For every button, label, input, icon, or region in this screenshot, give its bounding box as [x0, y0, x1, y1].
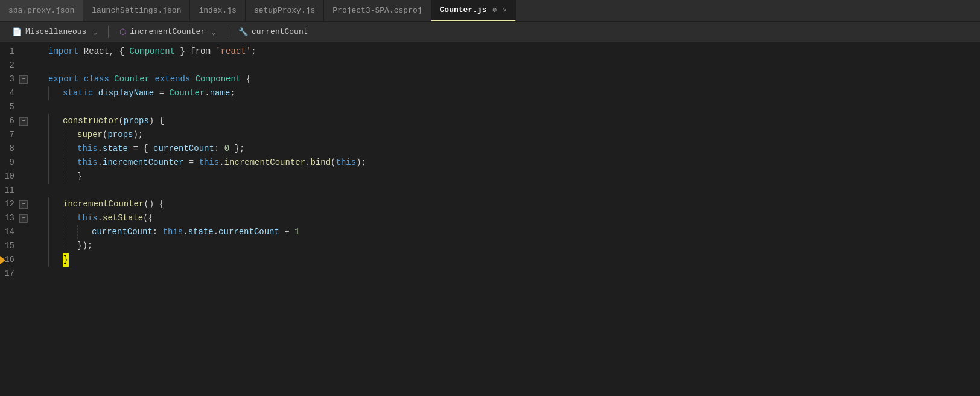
breadcrumb-section-3[interactable]: 🔧 currentCount	[232, 27, 314, 37]
gutter-line-8: 8	[0, 142, 43, 156]
line-num-4: 4	[0, 86, 18, 100]
code-token: Component	[129, 45, 175, 59]
fold-icon-6[interactable]: −	[18, 117, 30, 126]
code-token: name	[210, 86, 231, 100]
code-token: }	[175, 45, 190, 59]
gutter-line-14: 14	[0, 225, 43, 239]
code-token: = {	[128, 142, 153, 156]
gutter-line-5: 5	[0, 100, 43, 114]
line-num-3: 3	[0, 72, 18, 86]
chevron-down-icon-1[interactable]: ⌄	[92, 27, 97, 37]
code-content[interactable]: import React, { Component } from 'react'…	[43, 42, 980, 396]
chevron-down-icon-2[interactable]: ⌄	[211, 27, 216, 37]
tab-spa-proxy[interactable]: spa.proxy.json	[0, 0, 83, 21]
code-token: }	[77, 170, 82, 184]
gutter-line-11: 11	[0, 184, 43, 197]
line-num-12: 12	[0, 197, 18, 211]
line-num-14: 14	[0, 225, 18, 239]
tab-counter-js[interactable]: Counter.js ⊕ ✕	[431, 0, 516, 21]
code-line-1: import React, { Component } from 'react'…	[43, 45, 980, 59]
tab-setup-proxy[interactable]: setupProxy.js	[246, 0, 324, 21]
code-token: incrementCounter	[63, 197, 144, 211]
gutter-line-16: 16	[0, 253, 43, 267]
code-line-6: constructor(props) {	[43, 114, 980, 128]
code-token: Component	[196, 72, 241, 86]
gutter-line-3: 3 −	[0, 72, 43, 86]
code-token: ) {	[149, 114, 164, 128]
breadcrumb-section-1[interactable]: 📄 Miscellaneous ⌄	[6, 27, 103, 37]
code-line-15: });	[43, 239, 980, 253]
code-line-8: this.state = { currentCount: 0 };	[43, 142, 980, 156]
code-line-5	[43, 100, 980, 114]
breadcrumb-divider-2	[227, 26, 228, 38]
code-token: this	[336, 156, 357, 170]
fold-box-13[interactable]: −	[19, 214, 28, 223]
fold-box-6[interactable]: −	[19, 117, 28, 126]
breadcrumb-section-2[interactable]: ⬡ incrementCounter ⌄	[113, 27, 222, 37]
code-token: :	[153, 225, 163, 239]
line-num-1: 1	[0, 45, 18, 59]
code-token: (	[118, 114, 123, 128]
code-line-14: currentCount: this.state.currentCount + …	[43, 225, 980, 239]
code-line-11	[43, 184, 980, 197]
fold-icon-3[interactable]: −	[18, 75, 30, 84]
line-num-5: 5	[0, 100, 18, 114]
tab-close-icon[interactable]: ✕	[503, 6, 507, 14]
tab-label-counter-js: Counter.js	[440, 5, 487, 14]
line-num-7: 7	[0, 128, 18, 142]
code-token: );	[356, 156, 366, 170]
tab-label-index-js: index.js	[199, 6, 236, 15]
code-line-17	[43, 267, 980, 281]
fold-icon-13[interactable]: −	[18, 214, 30, 223]
code-token: setState	[103, 211, 143, 225]
tab-index-js[interactable]: index.js	[190, 0, 245, 21]
code-token	[150, 72, 154, 86]
highlighted-brace: }	[63, 253, 69, 267]
code-token: .	[98, 142, 103, 156]
breadcrumb-divider-1	[108, 26, 109, 38]
editor: 1 2 3 − 4 5 6 −	[0, 42, 980, 396]
tab-label-spa-proxy: spa.proxy.json	[8, 6, 74, 15]
code-token: ;	[230, 86, 235, 100]
gutter-line-4: 4	[0, 86, 43, 100]
code-token	[109, 72, 114, 86]
code-token: };	[229, 142, 244, 156]
code-token: this	[163, 225, 183, 239]
code-token: export	[48, 72, 78, 86]
code-token: 'react'	[215, 45, 251, 59]
code-token: React,	[78, 45, 119, 59]
fold-box-3[interactable]: −	[19, 75, 28, 84]
breakpoint-arrow	[0, 254, 5, 266]
code-token: .	[205, 86, 209, 100]
gutter-line-10: 10	[0, 170, 43, 184]
fold-icon-12[interactable]: −	[18, 200, 30, 209]
gutter-line-2: 2	[0, 59, 43, 72]
code-line-16: }	[43, 253, 980, 267]
tab-label-project3-spa: Project3-SPA.csproj	[332, 6, 422, 15]
line-num-10: 10	[0, 170, 18, 184]
breadcrumb-label-3: currentCount	[252, 27, 308, 36]
code-token: Counter	[169, 86, 205, 100]
code-token: :	[214, 142, 224, 156]
code-token: this	[77, 142, 98, 156]
breadcrumb-label-1: Miscellaneous	[25, 27, 86, 36]
tab-label-launch-settings: launchSettings.json	[92, 6, 181, 15]
tab-bar: spa.proxy.json launchSettings.json index…	[0, 0, 980, 22]
code-token: static	[63, 86, 93, 100]
code-token: Counter	[114, 72, 150, 86]
code-line-10: }	[43, 170, 980, 184]
gutter-line-9: 9	[0, 156, 43, 170]
code-token: .	[219, 156, 224, 170]
code-token: ({	[143, 211, 153, 225]
gutter-line-15: 15	[0, 239, 43, 253]
tab-launch-settings[interactable]: launchSettings.json	[83, 0, 190, 21]
code-line-3: export class Counter extends Component {	[43, 72, 980, 86]
tab-pin-icon[interactable]: ⊕	[493, 6, 497, 14]
line-num-11: 11	[0, 184, 18, 197]
fold-box-12[interactable]: −	[19, 200, 28, 209]
code-line-2	[43, 59, 980, 72]
code-token: incrementCounter	[103, 156, 183, 170]
tab-project3-spa[interactable]: Project3-SPA.csproj	[324, 0, 431, 21]
line-gutter: 1 2 3 − 4 5 6 −	[0, 42, 43, 396]
code-token: );	[133, 128, 143, 142]
